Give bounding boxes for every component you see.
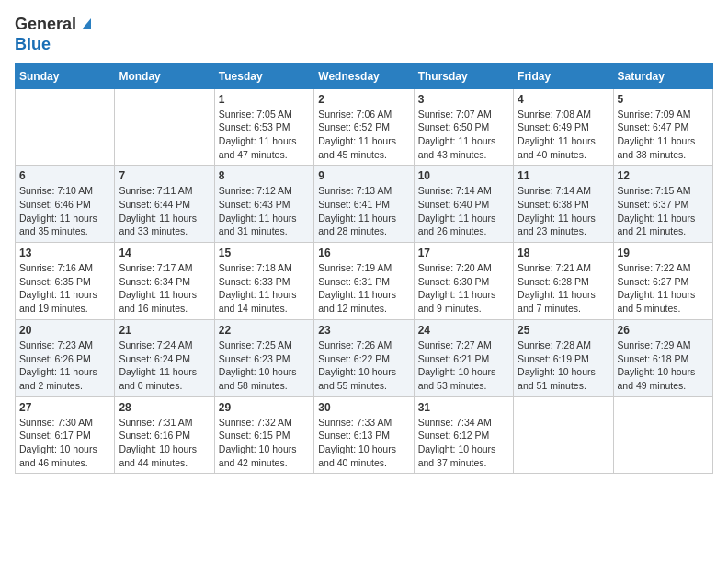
calendar-cell xyxy=(613,396,712,474)
day-number: 20 xyxy=(19,324,110,337)
day-detail: Sunrise: 7:26 AMSunset: 6:22 PMDaylight:… xyxy=(318,339,396,391)
day-number: 8 xyxy=(219,169,310,182)
calendar-cell: 2Sunrise: 7:06 AMSunset: 6:52 PMDaylight… xyxy=(314,88,414,166)
day-detail: Sunrise: 7:21 AMSunset: 6:28 PMDaylight:… xyxy=(518,262,596,314)
calendar-cell: 1Sunrise: 7:05 AMSunset: 6:53 PMDaylight… xyxy=(214,88,313,166)
calendar-cell: 18Sunrise: 7:21 AMSunset: 6:28 PMDayligh… xyxy=(514,243,613,320)
day-number: 7 xyxy=(119,169,210,182)
week-row-4: 20Sunrise: 7:23 AMSunset: 6:26 PMDayligh… xyxy=(16,319,713,396)
day-detail: Sunrise: 7:14 AMSunset: 6:38 PMDaylight:… xyxy=(518,185,596,236)
calendar-cell: 15Sunrise: 7:18 AMSunset: 6:33 PMDayligh… xyxy=(214,243,313,320)
header-day-thursday: Thursday xyxy=(414,63,513,88)
day-number: 10 xyxy=(418,169,509,182)
day-detail: Sunrise: 7:27 AMSunset: 6:21 PMDaylight:… xyxy=(418,339,496,391)
day-detail: Sunrise: 7:33 AMSunset: 6:13 PMDaylight:… xyxy=(318,417,396,468)
day-number: 4 xyxy=(518,93,609,106)
day-number: 6 xyxy=(19,169,110,182)
header-day-friday: Friday xyxy=(514,63,613,88)
svg-marker-0 xyxy=(82,18,91,29)
calendar-cell: 3Sunrise: 7:07 AMSunset: 6:50 PMDaylight… xyxy=(414,88,513,166)
day-detail: Sunrise: 7:10 AMSunset: 6:46 PMDaylight:… xyxy=(19,185,97,236)
day-detail: Sunrise: 7:34 AMSunset: 6:12 PMDaylight:… xyxy=(418,417,496,468)
calendar-cell: 26Sunrise: 7:29 AMSunset: 6:18 PMDayligh… xyxy=(613,319,712,396)
calendar-cell: 19Sunrise: 7:22 AMSunset: 6:27 PMDayligh… xyxy=(613,243,712,320)
header-day-saturday: Saturday xyxy=(613,63,712,88)
day-number: 3 xyxy=(418,93,509,106)
day-number: 28 xyxy=(119,401,210,414)
calendar-cell: 24Sunrise: 7:27 AMSunset: 6:21 PMDayligh… xyxy=(414,319,513,396)
calendar-cell: 17Sunrise: 7:20 AMSunset: 6:30 PMDayligh… xyxy=(414,243,513,320)
day-detail: Sunrise: 7:05 AMSunset: 6:53 PMDaylight:… xyxy=(219,109,297,160)
calendar-cell: 23Sunrise: 7:26 AMSunset: 6:22 PMDayligh… xyxy=(314,319,414,396)
calendar-cell: 16Sunrise: 7:19 AMSunset: 6:31 PMDayligh… xyxy=(314,243,414,320)
calendar-cell: 6Sunrise: 7:10 AMSunset: 6:46 PMDaylight… xyxy=(16,166,115,243)
day-number: 19 xyxy=(618,247,709,259)
day-detail: Sunrise: 7:25 AMSunset: 6:23 PMDaylight:… xyxy=(219,339,297,391)
day-detail: Sunrise: 7:22 AMSunset: 6:27 PMDaylight:… xyxy=(618,262,696,314)
day-detail: Sunrise: 7:09 AMSunset: 6:47 PMDaylight:… xyxy=(618,109,696,160)
calendar-cell: 22Sunrise: 7:25 AMSunset: 6:23 PMDayligh… xyxy=(214,319,313,396)
calendar-cell xyxy=(514,396,613,474)
calendar-cell: 21Sunrise: 7:24 AMSunset: 6:24 PMDayligh… xyxy=(115,319,214,396)
day-number: 15 xyxy=(219,247,310,259)
day-detail: Sunrise: 7:11 AMSunset: 6:44 PMDaylight:… xyxy=(119,185,197,236)
logo-general-text: General xyxy=(15,15,76,33)
calendar-cell: 7Sunrise: 7:11 AMSunset: 6:44 PMDaylight… xyxy=(115,166,214,243)
logo-triangle-icon xyxy=(78,15,95,31)
calendar-cell xyxy=(16,88,115,166)
day-number: 16 xyxy=(318,247,409,259)
day-number: 12 xyxy=(618,169,709,182)
calendar-cell: 27Sunrise: 7:30 AMSunset: 6:17 PMDayligh… xyxy=(16,396,115,474)
calendar-cell: 30Sunrise: 7:33 AMSunset: 6:13 PMDayligh… xyxy=(314,396,414,474)
day-number: 27 xyxy=(19,401,110,414)
calendar-cell: 31Sunrise: 7:34 AMSunset: 6:12 PMDayligh… xyxy=(414,396,513,474)
day-detail: Sunrise: 7:28 AMSunset: 6:19 PMDaylight:… xyxy=(518,339,596,391)
day-detail: Sunrise: 7:13 AMSunset: 6:41 PMDaylight:… xyxy=(318,185,396,236)
day-detail: Sunrise: 7:20 AMSunset: 6:30 PMDaylight:… xyxy=(418,262,496,314)
calendar-table: SundayMondayTuesdayWednesdayThursdayFrid… xyxy=(15,63,713,475)
calendar-cell: 10Sunrise: 7:14 AMSunset: 6:40 PMDayligh… xyxy=(414,166,513,243)
day-number: 1 xyxy=(219,93,310,106)
calendar-cell: 28Sunrise: 7:31 AMSunset: 6:16 PMDayligh… xyxy=(115,396,214,474)
day-number: 22 xyxy=(219,324,310,337)
week-row-5: 27Sunrise: 7:30 AMSunset: 6:17 PMDayligh… xyxy=(16,396,713,474)
day-detail: Sunrise: 7:14 AMSunset: 6:40 PMDaylight:… xyxy=(418,185,496,236)
calendar-cell: 5Sunrise: 7:09 AMSunset: 6:47 PMDaylight… xyxy=(613,88,712,166)
day-number: 25 xyxy=(518,324,609,337)
day-number: 30 xyxy=(318,401,409,414)
day-detail: Sunrise: 7:08 AMSunset: 6:49 PMDaylight:… xyxy=(518,109,596,160)
day-number: 5 xyxy=(618,93,709,106)
logo-blue-text: Blue xyxy=(15,36,95,54)
day-number: 17 xyxy=(418,247,509,259)
calendar-cell xyxy=(115,88,214,166)
calendar-cell: 29Sunrise: 7:32 AMSunset: 6:15 PMDayligh… xyxy=(214,396,313,474)
day-number: 29 xyxy=(219,401,310,414)
day-detail: Sunrise: 7:17 AMSunset: 6:34 PMDaylight:… xyxy=(119,262,197,314)
calendar-cell: 20Sunrise: 7:23 AMSunset: 6:26 PMDayligh… xyxy=(16,319,115,396)
page-header: General Blue xyxy=(15,15,713,54)
day-number: 18 xyxy=(518,247,609,259)
day-detail: Sunrise: 7:06 AMSunset: 6:52 PMDaylight:… xyxy=(318,109,396,160)
calendar-cell: 25Sunrise: 7:28 AMSunset: 6:19 PMDayligh… xyxy=(514,319,613,396)
day-detail: Sunrise: 7:31 AMSunset: 6:16 PMDaylight:… xyxy=(119,417,197,468)
day-detail: Sunrise: 7:30 AMSunset: 6:17 PMDaylight:… xyxy=(19,417,97,468)
day-detail: Sunrise: 7:29 AMSunset: 6:18 PMDaylight:… xyxy=(618,339,696,391)
day-detail: Sunrise: 7:16 AMSunset: 6:35 PMDaylight:… xyxy=(19,262,97,314)
header-day-monday: Monday xyxy=(115,63,214,88)
logo: General Blue xyxy=(15,15,95,54)
day-detail: Sunrise: 7:18 AMSunset: 6:33 PMDaylight:… xyxy=(219,262,297,314)
calendar-cell: 9Sunrise: 7:13 AMSunset: 6:41 PMDaylight… xyxy=(314,166,414,243)
day-number: 14 xyxy=(119,247,210,259)
week-row-1: 1Sunrise: 7:05 AMSunset: 6:53 PMDaylight… xyxy=(16,88,713,166)
calendar-cell: 4Sunrise: 7:08 AMSunset: 6:49 PMDaylight… xyxy=(514,88,613,166)
day-number: 21 xyxy=(119,324,210,337)
calendar-cell: 12Sunrise: 7:15 AMSunset: 6:37 PMDayligh… xyxy=(613,166,712,243)
calendar-cell: 11Sunrise: 7:14 AMSunset: 6:38 PMDayligh… xyxy=(514,166,613,243)
calendar-body: 1Sunrise: 7:05 AMSunset: 6:53 PMDaylight… xyxy=(16,88,713,474)
day-number: 31 xyxy=(418,401,509,414)
calendar-cell: 14Sunrise: 7:17 AMSunset: 6:34 PMDayligh… xyxy=(115,243,214,320)
day-number: 9 xyxy=(318,169,409,182)
day-detail: Sunrise: 7:07 AMSunset: 6:50 PMDaylight:… xyxy=(418,109,496,160)
header-day-tuesday: Tuesday xyxy=(214,63,313,88)
calendar-header: SundayMondayTuesdayWednesdayThursdayFrid… xyxy=(16,63,713,88)
